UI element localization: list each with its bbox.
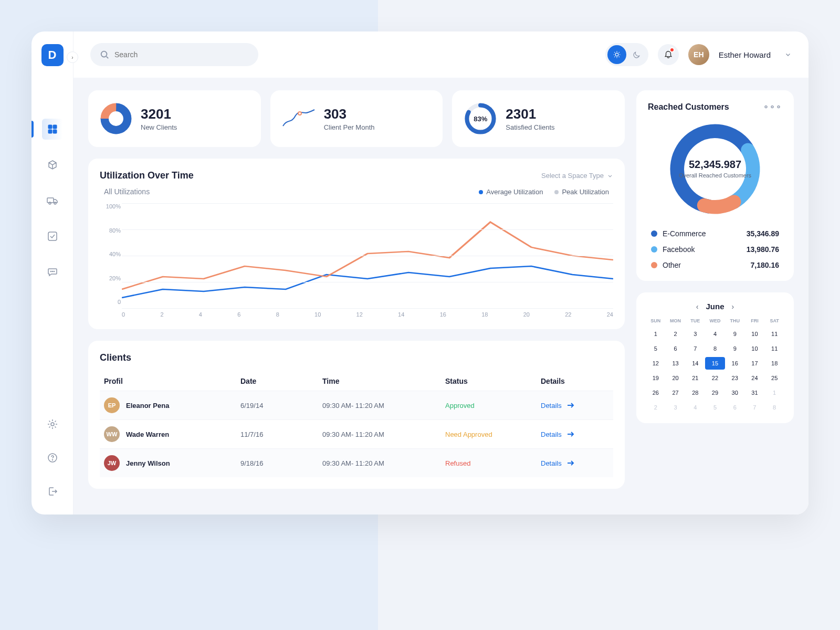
chart-legend: Average Utilization Peak Utilization [479, 188, 609, 196]
calendar-dow: TUE [685, 316, 705, 326]
calendar-day[interactable]: 26 [646, 386, 666, 399]
calendar-day[interactable]: 24 [745, 372, 765, 384]
nav-settings[interactable] [42, 414, 63, 435]
calendar-day[interactable]: 3 [685, 328, 705, 340]
svg-point-10 [54, 271, 54, 271]
details-link[interactable]: Details [541, 402, 609, 410]
svg-point-19 [298, 112, 301, 115]
calendar-day[interactable]: 8 [705, 342, 725, 355]
calendar-dow: WED [705, 316, 725, 326]
calendar-day[interactable]: 18 [764, 357, 784, 370]
calendar-day[interactable]: 16 [725, 357, 745, 370]
calendar-day[interactable]: 14 [685, 357, 705, 370]
user-name: Esther Howard [719, 50, 771, 59]
svg-point-5 [49, 202, 51, 204]
calendar-day[interactable]: 7 [745, 401, 765, 414]
stat-label: Client Per Month [324, 123, 375, 131]
more-button[interactable]: ∘∘∘ [763, 102, 782, 112]
calendar-day[interactable]: 9 [725, 342, 745, 355]
calendar-day[interactable]: 15 [705, 357, 725, 370]
stat-value: 3201 [141, 106, 177, 122]
calendar-day[interactable]: 8 [764, 401, 784, 414]
calendar-dow: SAT [764, 316, 784, 326]
reached-value: 52,345.987 [689, 159, 741, 171]
calendar-day[interactable]: 5 [646, 342, 666, 355]
legend-item: Facebook13,980.76 [651, 245, 779, 254]
nav-help[interactable] [42, 447, 63, 468]
calendar-day[interactable]: 19 [646, 372, 666, 384]
calendar-day[interactable]: 27 [666, 386, 686, 399]
svg-point-11 [51, 423, 54, 426]
calendar-day[interactable]: 29 [705, 386, 725, 399]
calendar-day[interactable]: 6 [666, 342, 686, 355]
calendar-day[interactable]: 7 [685, 342, 705, 355]
theme-dark-button[interactable] [627, 45, 646, 64]
gear-icon [47, 419, 58, 429]
svg-rect-2 [48, 130, 52, 133]
calendar-day[interactable]: 3 [666, 401, 686, 414]
calendar-day[interactable]: 9 [725, 328, 745, 340]
calendar-day[interactable]: 2 [666, 328, 686, 340]
theme-light-button[interactable] [607, 45, 626, 64]
calendar-dow: MON [666, 316, 686, 326]
calendar-day[interactable]: 17 [745, 357, 765, 370]
calendar-day[interactable]: 20 [666, 372, 686, 384]
calendar-prev-button[interactable]: ‹ [696, 302, 699, 311]
user-avatar[interactable]: EH [688, 44, 709, 65]
calendar-day[interactable]: 22 [705, 372, 725, 384]
calendar-day[interactable]: 1 [764, 386, 784, 399]
search-input[interactable] [114, 50, 249, 59]
calendar-day[interactable]: 13 [666, 357, 686, 370]
calendar-day[interactable]: 25 [764, 372, 784, 384]
calendar-day[interactable]: 4 [685, 401, 705, 414]
calendar-day[interactable]: 10 [745, 328, 765, 340]
space-type-selector[interactable]: Select a Space Type [541, 172, 613, 180]
calendar-day[interactable]: 11 [764, 328, 784, 340]
chart-title: Utilization Over Time [100, 170, 194, 181]
donut-icon [100, 102, 132, 135]
nav-shipping[interactable] [42, 190, 63, 211]
chart-subtitle: All Utilizations [104, 187, 150, 196]
calendar-day[interactable]: 1 [646, 328, 666, 340]
nav-dashboard[interactable] [42, 119, 63, 140]
stat-new-clients: 3201 New Clients [88, 90, 261, 147]
legend-item: E-Commerce35,346.89 [651, 229, 779, 238]
table-row: JWJenny Wilson 9/18/1609:30 AM- 11:20 AM… [100, 448, 613, 477]
reached-label: Overall Reached Customers [679, 172, 751, 179]
details-link[interactable]: Details [541, 430, 609, 438]
calendar-day[interactable]: 10 [745, 342, 765, 355]
calendar-day[interactable]: 6 [725, 401, 745, 414]
calendar-day[interactable]: 12 [646, 357, 666, 370]
calendar-day[interactable]: 28 [685, 386, 705, 399]
y-axis: 100%80%40%20%0 [100, 203, 121, 305]
svg-point-13 [52, 460, 52, 460]
svg-rect-7 [48, 232, 57, 240]
calendar-dow: FRI [745, 316, 765, 326]
nav-logout[interactable] [42, 481, 63, 502]
chat-icon [47, 267, 58, 277]
reached-customers-card: Reached Customers ∘∘∘ 52,345.987 Overall… [636, 90, 794, 281]
calendar-day[interactable]: 5 [705, 401, 725, 414]
user-menu-chevron[interactable] [784, 51, 792, 58]
svg-point-9 [52, 271, 52, 271]
details-link[interactable]: Details [541, 459, 609, 467]
calendar-day[interactable]: 23 [725, 372, 745, 384]
calendar-day[interactable]: 31 [745, 386, 765, 399]
nav-products[interactable] [42, 154, 63, 175]
calendar-card: ‹ June › SUNMONTUEWEDTHUFRISAT1234910115… [636, 292, 794, 423]
svg-rect-3 [53, 130, 57, 133]
app-logo: D [41, 44, 64, 66]
calendar-day[interactable]: 30 [725, 386, 745, 399]
sidebar-expand-button[interactable]: › [67, 51, 78, 63]
calendar-day[interactable]: 2 [646, 401, 666, 414]
stat-value: 303 [324, 106, 375, 122]
calendar-next-button[interactable]: › [732, 302, 734, 311]
notifications-button[interactable] [658, 44, 679, 65]
stat-label: Satisfied Clients [506, 123, 554, 131]
nav-tasks[interactable] [42, 226, 63, 247]
nav-messages[interactable] [42, 261, 63, 282]
calendar-day[interactable]: 4 [705, 328, 725, 340]
search-input-wrapper[interactable] [90, 43, 258, 66]
calendar-day[interactable]: 11 [764, 342, 784, 355]
calendar-day[interactable]: 21 [685, 372, 705, 384]
